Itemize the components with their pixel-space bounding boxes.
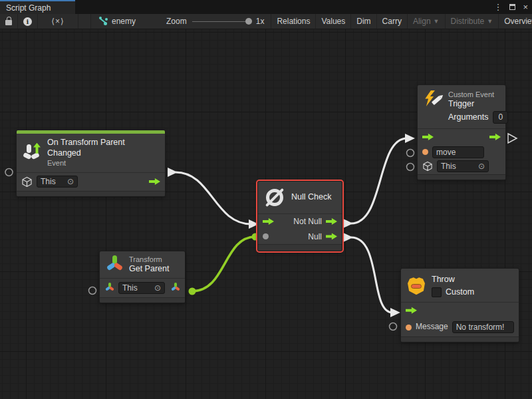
- flow-input-port[interactable]: [263, 218, 274, 225]
- info-icon: i: [23, 17, 32, 26]
- chevron-down-icon: ▼: [434, 18, 440, 25]
- message-label: Message: [416, 322, 448, 332]
- flow-input-port[interactable]: [406, 307, 417, 314]
- wire-getparent-to-nullcheck[interactable]: [192, 237, 255, 291]
- zoom-value: 1x: [256, 17, 265, 26]
- node-on-transform-parent-changed[interactable]: On Transform Parent Changed Event This ⊙: [17, 130, 165, 196]
- maximize-icon[interactable]: [509, 4, 515, 10]
- gameobject-cube-icon: [21, 176, 33, 188]
- event-name-field[interactable]: move: [432, 146, 484, 158]
- toolbar-button-overview[interactable]: Overview: [498, 14, 532, 29]
- graph-name: enemy: [112, 17, 136, 26]
- angle-brackets-icon: ⟨×⟩: [51, 17, 64, 26]
- null-output-port[interactable]: [326, 233, 337, 240]
- custom-checkbox[interactable]: [432, 287, 442, 297]
- wire-event-to-nullcheck[interactable]: [176, 172, 251, 224]
- not-null-label: Not Null: [293, 217, 322, 226]
- node-category: Transform: [129, 255, 169, 264]
- null-check-icon: [263, 186, 286, 209]
- kebab-menu-icon[interactable]: ⋮: [493, 3, 502, 11]
- toolbar-button-align[interactable]: Align▼: [407, 14, 445, 29]
- flow-input-port[interactable]: [422, 133, 434, 140]
- edit-graph-button[interactable]: ⟨×⟩: [38, 14, 78, 29]
- graph-breadcrumb[interactable]: enemy: [91, 14, 141, 29]
- wire-null-to-throw[interactable]: [351, 237, 392, 313]
- wire-notnull-to-trigger[interactable]: [351, 138, 407, 223]
- node-throw[interactable]: Throw Custom Message No transform!: [401, 269, 519, 342]
- graph-toolbar: i ⟨×⟩ enemy Zoom 1x Relations Values Dim…: [0, 14, 532, 29]
- node-footer: [258, 244, 342, 251]
- throw-error-icon: [406, 276, 426, 296]
- wire-start-arrow[interactable]: [168, 168, 178, 177]
- target-picker-icon[interactable]: ⊙: [150, 283, 161, 293]
- transform-event-icon: [22, 143, 42, 163]
- this-field[interactable]: This ⊙: [437, 160, 489, 172]
- graph-icon: [99, 17, 108, 26]
- node-footer: [17, 191, 165, 196]
- window-controls: ⋮ ×: [493, 0, 528, 14]
- node-trigger-custom-event[interactable]: Custom Event Trigger Arguments 0 move: [418, 85, 505, 180]
- this-field[interactable]: This ⊙: [118, 282, 165, 294]
- node-title: Null Check: [291, 192, 331, 203]
- this-field[interactable]: This ⊙: [37, 176, 78, 188]
- arguments-count-field[interactable]: 0: [493, 111, 508, 124]
- unconnected-output-port[interactable]: [508, 134, 517, 143]
- tab-script-graph[interactable]: Script Graph: [0, 0, 75, 14]
- node-category: Custom Event: [448, 90, 508, 99]
- wire-end-arrow: [390, 308, 400, 317]
- port-ring-trigger-target[interactable]: [407, 164, 414, 171]
- info-button[interactable]: i: [18, 14, 38, 29]
- wire-start-arrow[interactable]: [343, 233, 353, 242]
- gameobject-cube-icon: [422, 161, 433, 172]
- toolbar-button-carry[interactable]: Carry: [376, 14, 407, 29]
- port-ring-getparent-this[interactable]: [89, 287, 96, 295]
- port-ring-throw-message[interactable]: [390, 323, 397, 331]
- lock-button[interactable]: [0, 14, 18, 29]
- node-title: On Transform Parent Changed: [47, 138, 160, 158]
- node-subtitle: Event: [47, 158, 160, 168]
- message-field[interactable]: No transform!: [452, 321, 514, 333]
- zoom-slider[interactable]: [192, 21, 251, 22]
- node-get-parent[interactable]: Transform Get Parent This ⊙: [100, 251, 185, 303]
- target-picker-icon[interactable]: ⊙: [474, 162, 485, 171]
- target-picker-icon[interactable]: ⊙: [63, 177, 74, 186]
- string-input-port[interactable]: [422, 149, 428, 155]
- null-label: Null: [308, 232, 322, 241]
- port-ring-event-this[interactable]: [5, 169, 13, 176]
- tab-title: Script Graph: [6, 3, 51, 13]
- transform-output-port[interactable]: [170, 283, 180, 293]
- transform-icon: [105, 255, 124, 274]
- zoom-control: Zoom 1x: [160, 14, 271, 29]
- toolbar-button-distribute[interactable]: Distribute▼: [445, 14, 499, 29]
- transform-input-port[interactable]: [104, 283, 114, 293]
- toolbar-button-values[interactable]: Values: [315, 14, 350, 29]
- graph-canvas[interactable]: On Transform Parent Changed Event This ⊙…: [0, 29, 532, 399]
- flow-output-port[interactable]: [489, 133, 501, 140]
- port-ring-trigger-name[interactable]: [407, 150, 414, 157]
- node-footer: [401, 336, 519, 342]
- chevron-down-icon: ▼: [487, 18, 493, 25]
- window-tab-bar: Script Graph ⋮ ×: [0, 0, 532, 14]
- zoom-slider-knob[interactable]: [245, 18, 252, 25]
- not-null-output-port[interactable]: [326, 218, 337, 225]
- wire-start-arrow[interactable]: [343, 219, 353, 228]
- wire-end-arrow: [405, 134, 415, 143]
- wire-end-arrow: [249, 219, 259, 229]
- node-footer: [418, 174, 505, 180]
- toolbar-button-dim[interactable]: Dim: [350, 14, 376, 29]
- custom-label: Custom: [446, 287, 474, 298]
- toolbar-button-relations[interactable]: Relations: [271, 14, 315, 29]
- wire-start-dot: [189, 288, 196, 295]
- lock-icon: [5, 20, 12, 25]
- node-title: Throw: [432, 275, 474, 285]
- string-input-port[interactable]: [406, 325, 412, 331]
- close-icon[interactable]: ×: [523, 3, 528, 11]
- value-input-port[interactable]: [263, 233, 269, 239]
- custom-event-icon: [423, 90, 443, 110]
- node-title: Get Parent: [129, 264, 169, 275]
- zoom-label: Zoom: [166, 17, 187, 26]
- node-null-check[interactable]: Null Check Not Null Null: [258, 182, 342, 251]
- flow-output-port[interactable]: [149, 178, 160, 186]
- node-footer: [100, 297, 185, 303]
- arguments-label: Arguments: [448, 112, 488, 123]
